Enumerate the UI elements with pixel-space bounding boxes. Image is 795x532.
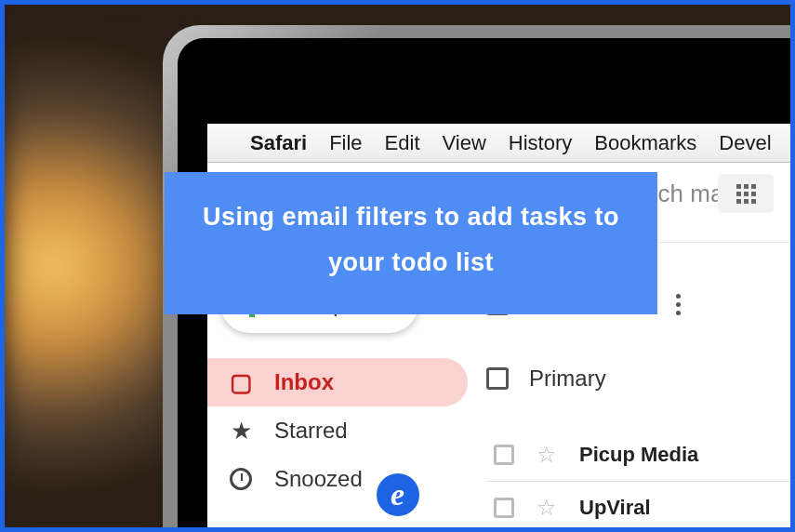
macos-menu-bar: Safari File Edit View History Bookmarks … bbox=[207, 124, 790, 163]
row-star-icon[interactable]: ☆ bbox=[537, 495, 557, 521]
title-overlay: Using email filters to add tasks to your… bbox=[165, 172, 657, 314]
more-menu-icon[interactable] bbox=[676, 294, 681, 315]
menu-bookmarks[interactable]: Bookmarks bbox=[594, 131, 696, 155]
sidebar-item-starred[interactable]: Starred bbox=[207, 406, 468, 455]
menu-view[interactable]: View bbox=[443, 131, 486, 155]
sidebar: Inbox Starred Snoozed bbox=[207, 358, 468, 503]
mail-row[interactable]: ☆ UpViral bbox=[486, 482, 790, 527]
menu-edit[interactable]: Edit bbox=[385, 131, 420, 155]
mail-sender: Picup Media bbox=[579, 443, 698, 467]
mail-list: ☆ Picup Media ☆ UpViral bbox=[486, 429, 790, 527]
star-icon bbox=[228, 418, 254, 444]
primary-tab-icon bbox=[486, 367, 509, 390]
clock-icon bbox=[230, 468, 252, 490]
menu-app-name[interactable]: Safari bbox=[250, 131, 307, 155]
tab-primary[interactable]: Primary bbox=[486, 366, 606, 392]
row-star-icon[interactable]: ☆ bbox=[537, 442, 557, 468]
sidebar-item-label: Starred bbox=[274, 418, 348, 444]
brand-badge-icon: e bbox=[373, 470, 423, 520]
background-blur bbox=[5, 5, 172, 527]
menu-file[interactable]: File bbox=[329, 131, 362, 155]
mail-sender: UpViral bbox=[579, 496, 651, 520]
tab-label: Primary bbox=[529, 366, 606, 392]
menu-history[interactable]: History bbox=[509, 131, 572, 155]
sidebar-item-snoozed[interactable]: Snoozed bbox=[207, 455, 468, 503]
card-frame: Safari File Edit View History Bookmarks … bbox=[0, 0, 795, 532]
mail-row[interactable]: ☆ Picup Media bbox=[486, 429, 790, 482]
sidebar-item-inbox[interactable]: Inbox bbox=[207, 358, 468, 406]
row-checkbox-icon[interactable] bbox=[494, 498, 514, 518]
sidebar-item-label: Inbox bbox=[274, 369, 334, 395]
row-checkbox-icon[interactable] bbox=[494, 445, 514, 465]
badge-letter: e bbox=[391, 477, 404, 512]
overlay-title: Using email filters to add tasks to your… bbox=[203, 203, 619, 276]
apps-grid-icon[interactable] bbox=[718, 174, 774, 213]
sidebar-item-label: Snoozed bbox=[274, 466, 363, 492]
inbox-icon bbox=[228, 369, 254, 395]
menu-develop[interactable]: Devel bbox=[719, 131, 771, 155]
